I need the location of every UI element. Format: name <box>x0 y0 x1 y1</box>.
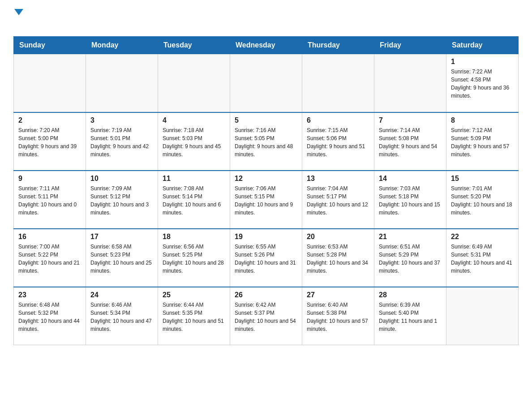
day-number: 20 <box>307 233 369 241</box>
calendar-day-cell: 23Sunrise: 6:48 AM Sunset: 5:32 PM Dayli… <box>14 287 86 345</box>
calendar-day-cell: 26Sunrise: 6:42 AM Sunset: 5:37 PM Dayli… <box>230 287 302 345</box>
day-number: 17 <box>90 233 153 241</box>
day-info: Sunrise: 6:39 AM Sunset: 5:40 PM Dayligh… <box>379 301 442 333</box>
day-number: 3 <box>90 116 153 124</box>
logo <box>13 9 23 27</box>
day-number: 25 <box>163 291 225 299</box>
column-header-tuesday: Tuesday <box>158 37 230 54</box>
day-info: Sunrise: 7:04 AM Sunset: 5:17 PM Dayligh… <box>307 184 369 217</box>
day-info: Sunrise: 7:16 AM Sunset: 5:05 PM Dayligh… <box>235 126 297 158</box>
column-header-sunday: Sunday <box>14 37 86 54</box>
calendar-header-row: SundayMondayTuesdayWednesdayThursdayFrid… <box>14 37 519 54</box>
day-info: Sunrise: 6:55 AM Sunset: 5:26 PM Dayligh… <box>235 243 297 275</box>
day-info: Sunrise: 6:49 AM Sunset: 5:31 PM Dayligh… <box>451 243 514 275</box>
day-number: 28 <box>379 291 442 299</box>
day-number: 11 <box>163 175 225 183</box>
day-number: 15 <box>451 175 514 183</box>
day-number: 9 <box>18 175 81 183</box>
calendar-week-row: 1Sunrise: 7:22 AM Sunset: 4:58 PM Daylig… <box>14 54 519 112</box>
day-number: 8 <box>451 116 514 124</box>
page-header <box>13 9 519 27</box>
day-number: 19 <box>235 233 297 241</box>
day-number: 22 <box>451 233 514 241</box>
calendar-day-cell: 7Sunrise: 7:14 AM Sunset: 5:08 PM Daylig… <box>374 112 446 171</box>
calendar-day-cell: 3Sunrise: 7:19 AM Sunset: 5:01 PM Daylig… <box>86 112 158 171</box>
calendar-week-row: 9Sunrise: 7:11 AM Sunset: 5:11 PM Daylig… <box>14 171 519 229</box>
day-info: Sunrise: 6:51 AM Sunset: 5:29 PM Dayligh… <box>379 243 442 275</box>
calendar-day-cell: 17Sunrise: 6:58 AM Sunset: 5:23 PM Dayli… <box>86 229 158 287</box>
day-number: 5 <box>235 116 297 124</box>
logo-general <box>13 9 23 15</box>
calendar-day-cell: 13Sunrise: 7:04 AM Sunset: 5:17 PM Dayli… <box>302 171 374 229</box>
day-info: Sunrise: 7:20 AM Sunset: 5:00 PM Dayligh… <box>18 126 81 158</box>
day-info: Sunrise: 7:14 AM Sunset: 5:08 PM Dayligh… <box>379 126 442 158</box>
day-number: 24 <box>90 291 153 299</box>
day-number: 10 <box>90 175 153 183</box>
calendar-day-cell: 14Sunrise: 7:03 AM Sunset: 5:18 PM Dayli… <box>374 171 446 229</box>
day-info: Sunrise: 7:01 AM Sunset: 5:20 PM Dayligh… <box>451 184 514 217</box>
day-info: Sunrise: 7:00 AM Sunset: 5:22 PM Dayligh… <box>18 243 81 275</box>
day-info: Sunrise: 6:44 AM Sunset: 5:35 PM Dayligh… <box>163 301 225 333</box>
day-info: Sunrise: 6:53 AM Sunset: 5:28 PM Dayligh… <box>307 243 369 275</box>
calendar-day-cell: 11Sunrise: 7:08 AM Sunset: 5:14 PM Dayli… <box>158 171 230 229</box>
day-info: Sunrise: 6:40 AM Sunset: 5:38 PM Dayligh… <box>307 301 369 333</box>
calendar-day-cell <box>86 54 158 112</box>
calendar-day-cell: 21Sunrise: 6:51 AM Sunset: 5:29 PM Dayli… <box>374 229 446 287</box>
logo-arrow-icon <box>14 9 23 15</box>
calendar-day-cell <box>14 54 86 112</box>
calendar-day-cell: 16Sunrise: 7:00 AM Sunset: 5:22 PM Dayli… <box>14 229 86 287</box>
day-info: Sunrise: 7:19 AM Sunset: 5:01 PM Dayligh… <box>90 126 153 158</box>
calendar-day-cell: 19Sunrise: 6:55 AM Sunset: 5:26 PM Dayli… <box>230 229 302 287</box>
day-number: 23 <box>18 291 81 299</box>
calendar-day-cell: 2Sunrise: 7:20 AM Sunset: 5:00 PM Daylig… <box>14 112 86 171</box>
day-number: 1 <box>451 58 514 66</box>
day-number: 21 <box>379 233 442 241</box>
column-header-monday: Monday <box>86 37 158 54</box>
day-number: 4 <box>163 116 225 124</box>
day-info: Sunrise: 7:22 AM Sunset: 4:58 PM Dayligh… <box>451 68 514 100</box>
calendar-day-cell: 12Sunrise: 7:06 AM Sunset: 5:15 PM Dayli… <box>230 171 302 229</box>
calendar-day-cell <box>302 54 374 112</box>
calendar-day-cell <box>446 287 519 345</box>
calendar-day-cell <box>374 54 446 112</box>
day-number: 12 <box>235 175 297 183</box>
day-info: Sunrise: 7:18 AM Sunset: 5:03 PM Dayligh… <box>163 126 225 158</box>
column-header-saturday: Saturday <box>446 37 519 54</box>
calendar-day-cell <box>158 54 230 112</box>
calendar-day-cell: 18Sunrise: 6:56 AM Sunset: 5:25 PM Dayli… <box>158 229 230 287</box>
day-info: Sunrise: 7:11 AM Sunset: 5:11 PM Dayligh… <box>18 184 81 217</box>
calendar-day-cell: 6Sunrise: 7:15 AM Sunset: 5:06 PM Daylig… <box>302 112 374 171</box>
calendar-day-cell: 15Sunrise: 7:01 AM Sunset: 5:20 PM Dayli… <box>446 171 519 229</box>
calendar-day-cell: 10Sunrise: 7:09 AM Sunset: 5:12 PM Dayli… <box>86 171 158 229</box>
column-header-wednesday: Wednesday <box>230 37 302 54</box>
day-number: 6 <box>307 116 369 124</box>
calendar-week-row: 16Sunrise: 7:00 AM Sunset: 5:22 PM Dayli… <box>14 229 519 287</box>
calendar-day-cell: 5Sunrise: 7:16 AM Sunset: 5:05 PM Daylig… <box>230 112 302 171</box>
calendar-day-cell: 1Sunrise: 7:22 AM Sunset: 4:58 PM Daylig… <box>446 54 519 112</box>
calendar-day-cell: 20Sunrise: 6:53 AM Sunset: 5:28 PM Dayli… <box>302 229 374 287</box>
calendar-day-cell: 9Sunrise: 7:11 AM Sunset: 5:11 PM Daylig… <box>14 171 86 229</box>
day-info: Sunrise: 7:08 AM Sunset: 5:14 PM Dayligh… <box>163 184 225 217</box>
day-info: Sunrise: 6:46 AM Sunset: 5:34 PM Dayligh… <box>90 301 153 333</box>
calendar-day-cell: 22Sunrise: 6:49 AM Sunset: 5:31 PM Dayli… <box>446 229 519 287</box>
day-number: 14 <box>379 175 442 183</box>
day-info: Sunrise: 7:06 AM Sunset: 5:15 PM Dayligh… <box>235 184 297 217</box>
calendar-day-cell: 27Sunrise: 6:40 AM Sunset: 5:38 PM Dayli… <box>302 287 374 345</box>
day-number: 7 <box>379 116 442 124</box>
calendar-table: SundayMondayTuesdayWednesdayThursdayFrid… <box>13 36 519 345</box>
calendar-week-row: 2Sunrise: 7:20 AM Sunset: 5:00 PM Daylig… <box>14 112 519 171</box>
calendar-day-cell: 24Sunrise: 6:46 AM Sunset: 5:34 PM Dayli… <box>86 287 158 345</box>
calendar-day-cell: 4Sunrise: 7:18 AM Sunset: 5:03 PM Daylig… <box>158 112 230 171</box>
calendar-day-cell <box>230 54 302 112</box>
day-info: Sunrise: 6:56 AM Sunset: 5:25 PM Dayligh… <box>163 243 225 275</box>
day-number: 2 <box>18 116 81 124</box>
calendar-day-cell: 28Sunrise: 6:39 AM Sunset: 5:40 PM Dayli… <box>374 287 446 345</box>
day-info: Sunrise: 6:48 AM Sunset: 5:32 PM Dayligh… <box>18 301 81 333</box>
day-number: 18 <box>163 233 225 241</box>
calendar-day-cell: 25Sunrise: 6:44 AM Sunset: 5:35 PM Dayli… <box>158 287 230 345</box>
column-header-friday: Friday <box>374 37 446 54</box>
day-info: Sunrise: 7:15 AM Sunset: 5:06 PM Dayligh… <box>307 126 369 158</box>
day-number: 16 <box>18 233 81 241</box>
day-number: 27 <box>307 291 369 299</box>
day-number: 26 <box>235 291 297 299</box>
